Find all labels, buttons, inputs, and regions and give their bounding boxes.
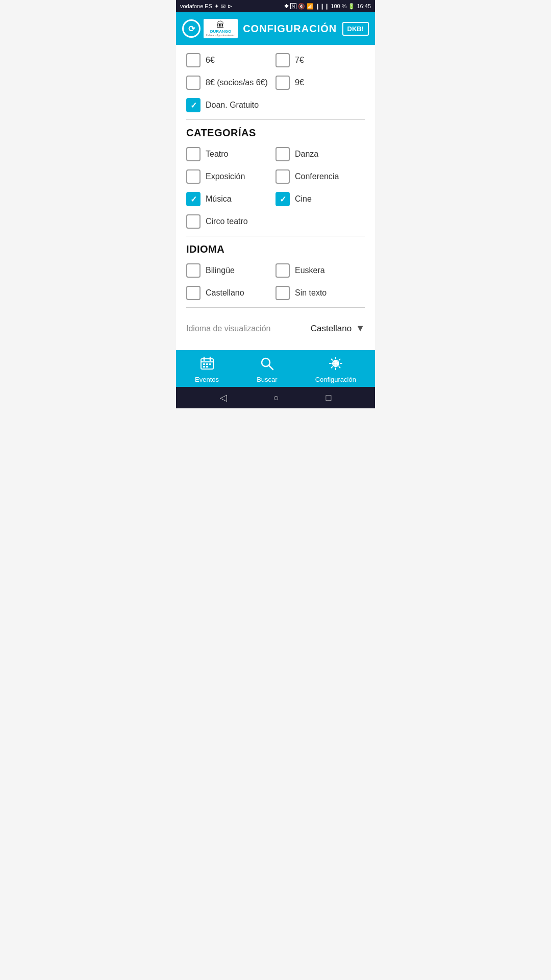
nav-item-buscar[interactable]: Buscar (246, 354, 287, 385)
bluetooth-icon: ✱ (284, 3, 289, 10)
price-label-gratuito: Doan. Gratuito (206, 101, 259, 110)
cat-item-conferencia[interactable]: Conferencia (276, 169, 365, 184)
cat-checkbox-teatro[interactable] (186, 147, 201, 161)
nav-label-buscar: Buscar (257, 376, 277, 383)
idioma-item-castellano[interactable]: Castellano (186, 286, 276, 300)
divider-idioma-display (186, 307, 365, 308)
idioma-item-sintexto[interactable]: Sin texto (276, 286, 365, 300)
status-bar: vodafone ES ✦ ✉ ⊳ ✱ N 🔇 📶 ❙❙❙ 100 % 🔋 16… (176, 0, 375, 12)
cat-checkbox-musica[interactable] (186, 192, 201, 206)
durango-logo: 🏛 DURANGO Udala · Ayuntamiento (204, 19, 238, 38)
carrier-label: vodafone ES (180, 3, 212, 9)
cat-checkbox-circo[interactable] (186, 214, 201, 229)
cat-label-cine: Cine (295, 194, 312, 204)
idioma-label-euskera: Euskera (295, 266, 325, 275)
time-label: 16:45 (357, 3, 371, 9)
cat-item-danza[interactable]: Danza (276, 147, 365, 161)
nav-item-eventos[interactable]: Eventos (185, 354, 229, 385)
svg-rect-6 (209, 363, 211, 365)
logo-circle-icon: ⟳ (182, 19, 201, 38)
svg-rect-4 (203, 363, 205, 365)
app-header: ⟳ 🏛 DURANGO Udala · Ayuntamiento CONFIGU… (176, 12, 375, 45)
city-name-label: DURANGO (206, 30, 235, 34)
price-item-9[interactable]: 9€ (276, 76, 365, 90)
idioma-label-sintexto: Sin texto (295, 288, 327, 298)
price-label-9: 9€ (295, 78, 304, 87)
idioma-checkbox-sintexto[interactable] (276, 286, 290, 300)
page-title: CONFIGURACIÓN (238, 23, 342, 35)
idioma-item-euskera[interactable]: Euskera (276, 263, 365, 278)
battery-icon: 🔋 (348, 3, 355, 10)
gear-icon (329, 356, 343, 374)
cat-checkbox-exposicion[interactable] (186, 169, 201, 184)
price-label-6: 6€ (206, 56, 215, 65)
city-building-icon: 🏛 (206, 20, 235, 30)
price-checkbox-gratuito[interactable] (186, 98, 201, 112)
cat-label-teatro: Teatro (206, 150, 228, 159)
cat-item-musica[interactable]: Música (186, 192, 276, 206)
cat-item-teatro[interactable]: Teatro (186, 147, 276, 161)
cat-label-danza: Danza (295, 150, 318, 159)
battery-label: 100 % (331, 3, 346, 9)
sync-icon: ⊳ (228, 3, 232, 10)
price-checkbox-6[interactable] (186, 53, 201, 67)
price-item-7[interactable]: 7€ (276, 53, 365, 67)
idioma-checkbox-castellano[interactable] (186, 286, 201, 300)
status-left: vodafone ES ✦ ✉ ⊳ (180, 3, 232, 10)
divider-categories-idioma (186, 236, 365, 236)
cat-checkbox-conferencia[interactable] (276, 169, 290, 184)
price-label-8: 8€ (socios/as 6€) (206, 78, 268, 87)
chevron-down-icon: ▼ (356, 323, 365, 334)
idioma-section: IDIOMA Bilingüe Euskera Castellano Sin t… (186, 243, 365, 300)
city-sub-label: Udala · Ayuntamiento (206, 34, 235, 37)
categories-grid: Teatro Danza Exposición Conferencia Músi… (186, 147, 365, 229)
price-item-8[interactable]: 8€ (socios/as 6€) (186, 76, 276, 90)
svg-rect-5 (206, 363, 208, 365)
cat-checkbox-danza[interactable] (276, 147, 290, 161)
idioma-title: IDIOMA (186, 243, 365, 255)
price-grid: 6€ 7€ 8€ (socios/as 6€) 9€ Doan. Gratuit… (186, 53, 365, 112)
price-checkbox-9[interactable] (276, 76, 290, 90)
dkb-badge[interactable]: DKB! (342, 22, 369, 36)
android-nav-bar: ◁ ○ □ (176, 387, 375, 408)
android-home-button[interactable]: ○ (273, 393, 279, 403)
mute-icon: 🔇 (298, 3, 305, 10)
android-recent-button[interactable]: □ (325, 393, 331, 403)
android-back-button[interactable]: ◁ (220, 392, 227, 403)
nav-label-eventos: Eventos (195, 376, 219, 383)
display-language-label: Idioma de visualización (186, 324, 270, 333)
display-language-value: Castellano (311, 324, 352, 334)
cat-item-circo[interactable]: Circo teatro (186, 214, 276, 229)
email-icon: ✉ (221, 3, 226, 10)
usb-icon: ✦ (214, 3, 219, 10)
idioma-checkbox-euskera[interactable] (276, 263, 290, 278)
nav-label-configuracion: Configuración (315, 376, 356, 383)
price-label-7: 7€ (295, 56, 304, 65)
price-checkbox-8[interactable] (186, 76, 201, 90)
signal-icon: ❙❙❙ (315, 3, 329, 10)
search-icon (260, 356, 274, 374)
main-content: 6€ 7€ 8€ (socios/as 6€) 9€ Doan. Gratuit… (176, 45, 375, 350)
idioma-checkbox-bilingue[interactable] (186, 263, 201, 278)
cat-item-cine[interactable]: Cine (276, 192, 365, 206)
price-item-6[interactable]: 6€ (186, 53, 276, 67)
idioma-label-bilingue: Bilingüe (206, 266, 235, 275)
svg-rect-7 (203, 366, 205, 368)
idioma-grid: Bilingüe Euskera Castellano Sin texto (186, 263, 365, 300)
cat-item-exposicion[interactable]: Exposición (186, 169, 276, 184)
price-checkbox-7[interactable] (276, 53, 290, 67)
idioma-label-castellano: Castellano (206, 288, 244, 298)
idioma-item-bilingue[interactable]: Bilingüe (186, 263, 276, 278)
app-logo: ⟳ 🏛 DURANGO Udala · Ayuntamiento (182, 19, 238, 38)
wifi-icon: 📶 (307, 3, 314, 10)
display-language-row: Idioma de visualización Castellano ▼ (186, 315, 365, 342)
nfc-icon: N (290, 3, 297, 9)
price-item-gratuito[interactable]: Doan. Gratuito (186, 98, 276, 112)
cat-label-exposicion: Exposición (206, 172, 245, 181)
svg-point-13 (334, 362, 337, 365)
display-language-dropdown[interactable]: Castellano ▼ (311, 323, 365, 334)
nav-item-configuracion[interactable]: Configuración (305, 354, 366, 385)
cat-label-musica: Música (206, 194, 232, 204)
calendar-icon (200, 356, 214, 374)
cat-checkbox-cine[interactable] (276, 192, 290, 206)
